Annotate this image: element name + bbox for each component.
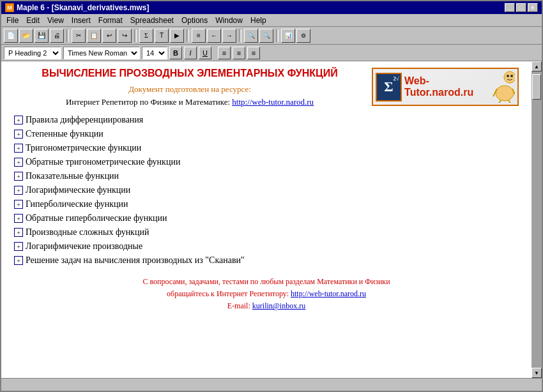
menu-edit[interactable]: Edit bbox=[22, 15, 43, 26]
expand-9[interactable]: + bbox=[14, 228, 23, 237]
toc-label-9: Производные сложных функций bbox=[26, 227, 149, 237]
toc-item-2: + Степенные функции bbox=[14, 129, 519, 139]
toc-item-6: + Логарифмические функции bbox=[14, 185, 519, 195]
expand-10[interactable]: + bbox=[14, 242, 23, 251]
toc-item-7: + Гиперболические функции bbox=[14, 199, 519, 209]
toc-item-9: + Производные сложных функций bbox=[14, 227, 519, 237]
title-bar-controls: _ □ × bbox=[505, 3, 538, 12]
expand-4[interactable]: + bbox=[14, 158, 23, 167]
toc-label-11: Решение задач на вычисления производных … bbox=[26, 255, 245, 266]
expand-3[interactable]: + bbox=[14, 144, 23, 153]
footer-text3: E-mail: bbox=[227, 301, 250, 310]
banner-figure bbox=[492, 71, 515, 103]
fwd-button[interactable]: → bbox=[222, 29, 236, 43]
footer-link2[interactable]: kurilin@inbox.ru bbox=[252, 301, 305, 310]
new-button[interactable]: 📄 bbox=[4, 29, 18, 43]
status-bar bbox=[1, 378, 542, 391]
separator-2 bbox=[134, 29, 137, 42]
redo-button[interactable]: ↪ bbox=[118, 29, 132, 43]
scroll-thumb[interactable] bbox=[532, 74, 541, 100]
toc-label-1: Правила дифференциирования bbox=[26, 115, 143, 125]
scroll-up-button[interactable]: ▲ bbox=[532, 61, 542, 72]
align-right-button[interactable]: ≡ bbox=[247, 47, 260, 59]
open-button[interactable]: 📂 bbox=[19, 29, 33, 43]
content-area: Σ 2√ Web-Tutor.narod.ru bbox=[1, 61, 542, 378]
chart-button[interactable]: 📊 bbox=[281, 29, 295, 43]
align-left-button[interactable]: ≡ bbox=[218, 47, 231, 59]
expand-11[interactable]: + bbox=[14, 256, 23, 265]
menu-spreadsheet[interactable]: Spreadsheet bbox=[126, 15, 178, 26]
underline-button[interactable]: U bbox=[199, 47, 211, 59]
style-select[interactable]: P Heading 2 bbox=[4, 47, 61, 59]
toc-item-5: + Показательные функции bbox=[14, 171, 519, 181]
website-link[interactable]: http://web-tutor.narod.ru bbox=[232, 97, 314, 107]
zoom-in-button[interactable]: 🔍 bbox=[244, 29, 258, 43]
maple-window: M Maple 6 - [Skanavi_derivatives.mws] _ … bbox=[0, 0, 543, 392]
font-select[interactable]: Times New Roman bbox=[63, 47, 140, 59]
menu-window[interactable]: Window bbox=[211, 15, 247, 26]
print-button[interactable]: 🖨 bbox=[50, 29, 64, 43]
execute-button[interactable]: ▶ bbox=[170, 29, 184, 43]
expand-8[interactable]: + bbox=[14, 214, 23, 223]
toc-item-8: + Обратные гиперболические функции bbox=[14, 213, 519, 223]
vertical-scrollbar: ▲ ▼ bbox=[532, 61, 542, 378]
expand-1[interactable]: + bbox=[14, 116, 23, 124]
toc-item-3: + Тригонометрические функции bbox=[14, 143, 519, 153]
svg-point-1 bbox=[496, 86, 514, 101]
svg-line-4 bbox=[498, 100, 501, 103]
cut-button[interactable]: ✂ bbox=[72, 29, 86, 43]
expand-5[interactable]: + bbox=[14, 172, 23, 181]
menu-insert[interactable]: Insert bbox=[68, 15, 95, 26]
title-bar: M Maple 6 - [Skanavi_derivatives.mws] _ … bbox=[1, 1, 542, 14]
menu-options[interactable]: Options bbox=[178, 15, 211, 26]
toc-item-4: + Обратные тригонометрические функции bbox=[14, 157, 519, 167]
document-content: Σ 2√ Web-Tutor.narod.ru bbox=[1, 61, 532, 378]
footer-line1: С вопросами, задачами, тестами по любым … bbox=[14, 276, 519, 288]
zoom-out-button[interactable]: 🔍 bbox=[259, 29, 273, 43]
save-button[interactable]: 💾 bbox=[34, 29, 49, 43]
align-button[interactable]: ≡ bbox=[192, 29, 206, 43]
banner-logo: Σ 2√ bbox=[376, 73, 402, 102]
toolbar: 📄 📂 💾 🖨 ✂ 📋 ↩ ↪ Σ T ▶ ≡ ← → 🔍 🔍 📊 ⚙ bbox=[1, 27, 542, 45]
minimize-button[interactable]: _ bbox=[505, 3, 515, 12]
svg-point-0 bbox=[504, 72, 515, 83]
banner-text: Web-Tutor.narod.ru bbox=[404, 75, 489, 98]
bold-button[interactable]: B bbox=[169, 47, 182, 59]
toc-label-7: Гиперболические функции bbox=[26, 199, 128, 209]
expand-6[interactable]: + bbox=[14, 186, 23, 195]
maximize-button[interactable]: □ bbox=[516, 3, 526, 12]
close-button[interactable]: × bbox=[528, 3, 538, 12]
settings-button[interactable]: ⚙ bbox=[296, 29, 310, 43]
menu-format[interactable]: Format bbox=[95, 15, 126, 26]
undo-button[interactable]: ↩ bbox=[102, 29, 116, 43]
toc-label-2: Степенные функции bbox=[26, 129, 103, 139]
italic-button[interactable]: I bbox=[184, 47, 197, 59]
banner-logo-small: 2√ bbox=[394, 75, 399, 82]
title-bar-left: M Maple 6 - [Skanavi_derivatives.mws] bbox=[5, 3, 149, 12]
toc-label-8: Обратные гиперболические функции bbox=[26, 213, 167, 223]
sigma-button[interactable]: Σ bbox=[139, 29, 153, 43]
banner-content: Σ 2√ Web-Tutor.narod.ru bbox=[373, 68, 517, 105]
copy-button[interactable]: 📋 bbox=[87, 29, 101, 43]
format-bar: P Heading 2 Times New Roman 14 B I U ≡ ≡… bbox=[1, 45, 542, 61]
app-icon: M bbox=[5, 3, 14, 12]
menu-bar: File Edit View Insert Format Spreadsheet… bbox=[1, 14, 542, 27]
footer-link1[interactable]: http://web-tutor.narod.ru bbox=[291, 289, 366, 298]
expand-2[interactable]: + bbox=[14, 130, 23, 139]
menu-view[interactable]: View bbox=[43, 15, 68, 26]
scroll-track[interactable] bbox=[532, 72, 542, 368]
expand-7[interactable]: + bbox=[14, 200, 23, 209]
text-button[interactable]: T bbox=[155, 29, 169, 43]
toc-label-5: Показательные функции bbox=[26, 171, 119, 181]
scroll-down-button[interactable]: ▼ bbox=[532, 368, 542, 378]
toc-label-3: Тригонометрические функции bbox=[26, 143, 141, 153]
size-select[interactable]: 14 bbox=[142, 47, 167, 59]
link-prefix: Интернет Репетитор по Физике и Математик… bbox=[66, 97, 230, 107]
menu-file[interactable]: File bbox=[3, 15, 22, 26]
toc-item-11: + Решение задач на вычисления производны… bbox=[14, 255, 519, 266]
separator-3 bbox=[187, 29, 189, 42]
back-button[interactable]: ← bbox=[207, 29, 221, 43]
menu-help[interactable]: Help bbox=[247, 15, 270, 26]
align-center-button[interactable]: ≡ bbox=[233, 47, 245, 59]
toc-item-1: + Правила дифференциирования bbox=[14, 115, 519, 125]
